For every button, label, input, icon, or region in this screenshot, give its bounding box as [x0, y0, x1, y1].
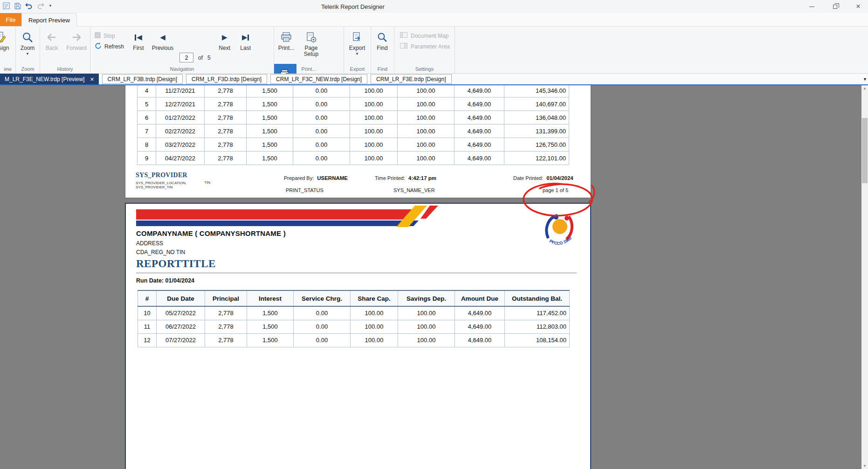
navigation-group: Stop Refresh ◀ First ◀ Previous: [90, 27, 274, 73]
group-label-print: Print...: [274, 66, 344, 72]
doc-tab[interactable]: CRM_LR_F3B.trdp [Design]: [102, 74, 183, 84]
svg-text:PFCCO 1960: PFCCO 1960: [549, 235, 572, 246]
design-button[interactable]: esign: [0, 27, 16, 64]
doc-tab[interactable]: CRM_LR_F3D.trdp [Design]: [186, 74, 267, 84]
report-cell: 126,750.00: [504, 138, 569, 152]
report-cell: 2,778: [205, 306, 247, 320]
export-icon: [351, 31, 363, 44]
report-cell: 0.00: [294, 306, 351, 320]
doc-tab[interactable]: CRM_LR_F3E.trdp [Design]: [371, 74, 451, 84]
date-printed: Date Printed:01/04/2024: [513, 173, 573, 182]
dropdown-caret-icon: ▼: [355, 52, 359, 56]
last-page-button[interactable]: ▶ Last: [235, 27, 256, 64]
report-cell: 4,649.00: [455, 111, 504, 124]
report-preview-surface[interactable]: 411/27/20212,7781,5000.00100.00100.004,6…: [0, 85, 868, 469]
report-table-row: 1207/27/20222,7781,5000.00100.00100.004,…: [138, 333, 570, 347]
doc-tab[interactable]: CRM_LR_F3C_NEW.trdp [Design]: [270, 74, 367, 84]
previous-page-button[interactable]: ◀ Previous: [149, 27, 176, 64]
first-page-button[interactable]: ◀ First: [128, 27, 149, 64]
report-cell: 100.00: [351, 320, 398, 333]
cda-reg-no: CDA_REG_NO TIN: [136, 249, 185, 255]
page-setup-button[interactable]: PageSetup: [300, 27, 322, 64]
last-page-icon: ▶: [242, 31, 249, 44]
report-cell: 0.00: [294, 333, 351, 347]
report-cell: 1,500: [247, 306, 294, 320]
tab-report-preview[interactable]: Report Preview: [21, 13, 77, 27]
next-page-label: Next: [219, 45, 230, 51]
refresh-icon: [95, 42, 102, 51]
save-icon[interactable]: [14, 2, 21, 9]
ribbon-tab-bar: File Report Preview: [0, 13, 868, 27]
report-cell: 1,500: [247, 85, 293, 97]
close-button[interactable]: ×: [855, 3, 861, 10]
group-label-find: Find: [371, 66, 394, 72]
parameter-area-toggle[interactable]: Parameter Area: [400, 43, 455, 50]
group-label-settings: Settings: [394, 66, 455, 72]
report-cell: 2,778: [205, 85, 247, 97]
header-banner: [136, 206, 439, 229]
report-cell: 100.00: [398, 85, 455, 97]
scroll-up-icon[interactable]: ▲: [861, 86, 868, 90]
stop-icon: [95, 32, 101, 40]
undo-icon[interactable]: [25, 2, 33, 9]
doc-tab-label: CRM_LR_F3B.trdp [Design]: [108, 76, 177, 83]
document-map-toggle[interactable]: Document Map: [400, 32, 455, 39]
report-page-2: PFCCO 1960 COMPANYNAME ( COMPANYSHORTNAM…: [125, 203, 591, 469]
refresh-button[interactable]: Refresh: [95, 41, 128, 52]
column-header: Service Chrg.: [294, 290, 351, 306]
report-cell: 2,778: [205, 111, 247, 124]
report-cell: 2,778: [205, 97, 247, 111]
column-header: Interest: [247, 290, 294, 306]
report-cell: 4,649.00: [455, 85, 504, 97]
report-cell: 100.00: [398, 320, 455, 333]
scroll-down-icon[interactable]: ▼: [861, 464, 868, 468]
provider-location: SYS_PROVIDER_LOCATION,: [136, 181, 187, 185]
group-label-zoom: Zoom: [16, 66, 40, 72]
scrollbar-thumb[interactable]: [862, 118, 868, 183]
report-cell: 4,649.00: [455, 320, 505, 333]
history-group: Back Forward History: [40, 27, 90, 73]
zoom-button[interactable]: Zoom ▼: [16, 27, 39, 64]
print-button[interactable]: Print...: [274, 27, 298, 64]
report-icon[interactable]: [3, 2, 10, 9]
redo-icon[interactable]: [37, 2, 44, 9]
forward-arrow-icon: [71, 31, 82, 44]
file-tab[interactable]: File: [0, 13, 21, 26]
minimize-button[interactable]: [808, 3, 815, 10]
stop-button[interactable]: Stop: [95, 30, 128, 41]
report-cell: 03/27/2022: [156, 138, 205, 152]
back-button[interactable]: Back: [40, 27, 63, 64]
time-printed: Time Printed:4:42:17 pm: [375, 173, 436, 182]
tin-label: TIN:: [204, 180, 211, 185]
column-header: Savings Dep.: [398, 290, 455, 306]
close-tab-icon[interactable]: ×: [90, 76, 94, 82]
report-cell: 1,500: [247, 333, 294, 347]
next-page-button[interactable]: ▶ Next: [214, 27, 235, 64]
doc-tab-active[interactable]: M_LR_F3E_NEW.trdp [Preview] ×: [0, 74, 99, 84]
group-label-export: Export: [344, 66, 371, 72]
page-setup-label: PageSetup: [304, 45, 318, 57]
find-button[interactable]: Find: [371, 27, 393, 64]
restore-button[interactable]: [832, 3, 838, 10]
export-button[interactable]: Export ▼: [344, 27, 370, 64]
report-title: REPORTTITLE: [136, 258, 216, 270]
page2-table: #Due DatePrincipalInterestService Chrg.S…: [138, 290, 570, 347]
report-cell: 2,778: [205, 333, 247, 347]
report-cell: 7: [138, 124, 156, 138]
view-group: esign iew: [0, 27, 16, 73]
first-page-label: First: [133, 45, 144, 51]
page-of-label: of: [198, 55, 203, 61]
report-cell: 8: [138, 138, 156, 152]
report-cell: 100.00: [398, 124, 455, 138]
back-button-label: Back: [46, 45, 58, 51]
last-page-label: Last: [240, 45, 251, 51]
page-number-input[interactable]: [179, 53, 193, 62]
forward-button[interactable]: Forward: [63, 27, 90, 64]
report-cell: 4,649.00: [455, 306, 505, 320]
vertical-scrollbar[interactable]: ▲ ▼: [861, 85, 868, 469]
tab-overflow-caret-icon[interactable]: ▼: [863, 77, 867, 82]
report-table-row: 411/27/20212,7781,5000.00100.00100.004,6…: [138, 85, 569, 97]
report-cell: 11/27/2021: [156, 85, 205, 97]
first-page-icon: ◀: [135, 31, 142, 44]
qat-customize-caret-icon[interactable]: ▼: [48, 4, 52, 8]
